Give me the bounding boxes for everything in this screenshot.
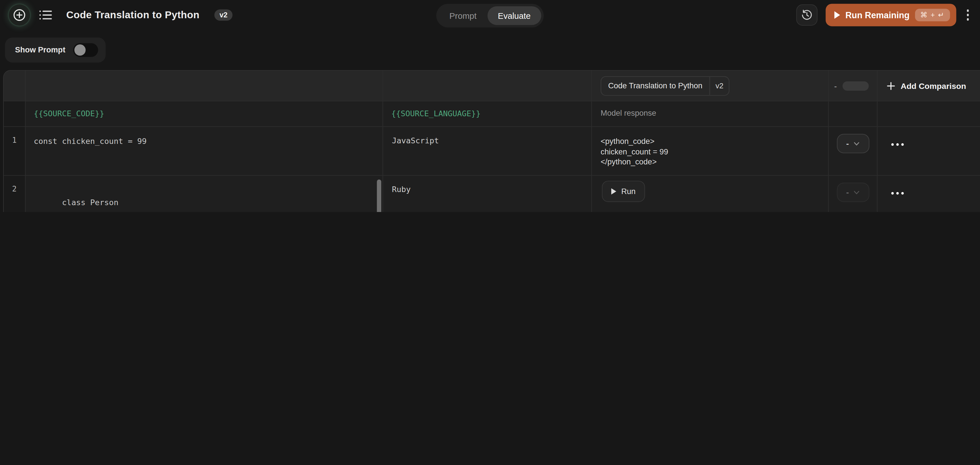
chevron-down-icon (854, 142, 859, 145)
show-prompt-pill: Show Prompt (5, 38, 105, 63)
add-comparison-button[interactable]: Add Comparison (900, 81, 966, 90)
rating-dropdown[interactable]: - (837, 134, 869, 153)
overflow-menu-button[interactable] (964, 7, 971, 23)
source-language-cell[interactable]: JavaScript (383, 127, 592, 176)
tab-evaluate[interactable]: Evaluate (487, 6, 541, 25)
top-bar: Code Translation to Python v2 Prompt Eva… (0, 0, 980, 30)
score-placeholder: - (834, 81, 837, 90)
row-number: 2 (4, 176, 25, 212)
rating-cell: - (829, 176, 878, 212)
ellipsis-icon (891, 192, 894, 195)
rating-value: - (846, 140, 849, 148)
rating-dropdown-disabled: - (837, 183, 869, 202)
run-label: Run (621, 187, 635, 196)
show-prompt-section: Show Prompt (0, 30, 980, 62)
header-row-number-cell (4, 71, 25, 101)
shortcut-hint: ⌘ + ↵ (915, 9, 950, 21)
toggle-knob (74, 45, 86, 56)
prompt-version-badge: v2 (215, 10, 232, 21)
model-response-cell: Run (592, 176, 829, 212)
run-remaining-button[interactable]: Run Remaining ⌘ + ↵ (826, 4, 956, 26)
run-remaining-label: Run Remaining (845, 10, 909, 20)
template-actions-cell (878, 101, 980, 127)
prompt-version[interactable]: v2 (710, 77, 729, 95)
model-response-cell[interactable]: <python_code> chicken_count = 99 </pytho… (592, 127, 829, 176)
plus-icon (887, 81, 895, 90)
history-icon (800, 9, 813, 21)
chevron-down-icon (854, 190, 859, 194)
new-prompt-button[interactable] (9, 4, 30, 26)
rating-value: - (846, 189, 849, 197)
row-actions-button[interactable] (878, 127, 980, 176)
app-root: Code Translation to Python v2 Prompt Eva… (0, 0, 980, 212)
prompt-list-button[interactable] (39, 10, 52, 21)
header-source-code-cell (25, 71, 383, 101)
source-language-variable[interactable]: {{SOURCE_LANGUAGE}} (383, 101, 592, 127)
history-button[interactable] (796, 4, 818, 26)
header-add-comparison-cell: Add Comparison (878, 71, 980, 101)
template-score-cell (829, 101, 878, 127)
ellipsis-icon (891, 143, 894, 146)
template-row-number-cell (4, 101, 25, 127)
evaluation-table: Code Translation to Python v2 - Add Comp… (3, 70, 980, 212)
header-model-cell: Code Translation to Python v2 (592, 71, 829, 101)
kebab-menu-icon (967, 10, 969, 12)
scrollbar-thumb[interactable] (377, 179, 381, 212)
page-title: Code Translation to Python (66, 10, 200, 21)
source-language-cell[interactable]: Ruby (383, 176, 592, 212)
plus-circle-icon (12, 7, 27, 22)
source-code-cell[interactable]: const chicken_count = 99 (25, 127, 383, 176)
play-icon (834, 11, 840, 19)
show-prompt-label: Show Prompt (15, 46, 65, 54)
header-score-cell: - (829, 71, 878, 101)
source-code-cell[interactable]: class Person attr_reader :name, :age def… (25, 176, 383, 212)
top-bar-left: Code Translation to Python v2 (9, 4, 232, 26)
rating-cell: - (829, 127, 878, 176)
play-icon (611, 189, 616, 195)
show-prompt-toggle[interactable] (73, 43, 98, 57)
score-skeleton-bar (843, 81, 869, 90)
top-bar-right: Run Remaining ⌘ + ↵ (796, 4, 972, 26)
header-source-language-cell (383, 71, 592, 101)
source-code-variable[interactable]: {{SOURCE_CODE}} (25, 101, 383, 127)
model-response-column-label: Model response (592, 101, 829, 127)
mode-tab-group: Prompt Evaluate (436, 4, 544, 27)
prompt-name[interactable]: Code Translation to Python (601, 77, 709, 95)
prompt-version-selector[interactable]: Code Translation to Python v2 (601, 76, 730, 96)
tab-prompt[interactable]: Prompt (439, 6, 487, 25)
row-actions-button[interactable] (878, 176, 980, 212)
source-code-text: class Person attr_reader :name, :age def… (34, 198, 161, 212)
run-button[interactable]: Run (602, 181, 645, 202)
list-icon (39, 10, 52, 21)
row-number: 1 (4, 127, 25, 176)
